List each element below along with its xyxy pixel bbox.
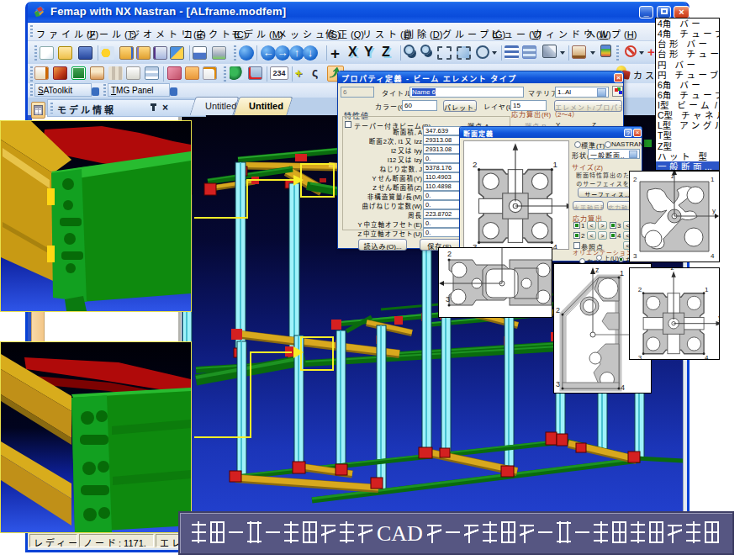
svg-text:3: 3 xyxy=(446,295,450,304)
svg-text:z: z xyxy=(595,266,600,274)
svg-text:1: 1 xyxy=(711,176,715,183)
svg-text:1: 1 xyxy=(620,269,624,277)
svg-text:3: 3 xyxy=(633,252,637,260)
svg-text:3: 3 xyxy=(556,380,560,388)
svg-text:2: 2 xyxy=(556,306,560,314)
svg-text:z: z xyxy=(671,172,674,180)
svg-text:2: 2 xyxy=(447,250,452,258)
svg-text:4: 4 xyxy=(621,383,625,392)
svg-text:2: 2 xyxy=(633,176,637,183)
svg-text:4: 4 xyxy=(711,252,715,260)
svg-text:y: y xyxy=(712,207,716,214)
